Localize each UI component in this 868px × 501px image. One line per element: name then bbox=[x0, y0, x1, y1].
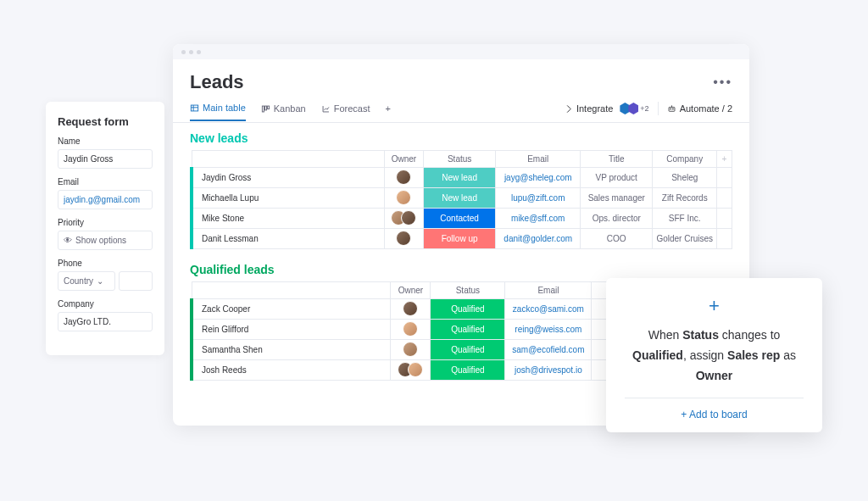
column-header-company[interactable]: Company bbox=[653, 151, 717, 168]
cell-email[interactable]: mike@sff.com bbox=[496, 209, 581, 229]
cell-owner[interactable] bbox=[391, 360, 431, 381]
cell-name[interactable]: Zack Cooper bbox=[192, 299, 391, 320]
plus-icon: + bbox=[625, 295, 804, 317]
name-input[interactable] bbox=[58, 149, 153, 169]
cell-company[interactable]: Zift Records bbox=[653, 188, 717, 209]
request-form-title: Request form bbox=[58, 115, 153, 128]
priority-select[interactable]: 👁 Show options bbox=[58, 231, 153, 250]
cell-email[interactable]: josh@drivespot.io bbox=[505, 360, 592, 381]
table-row[interactable]: Danit LessmanFollow updanit@golder.comCO… bbox=[192, 229, 732, 249]
table-row[interactable]: Jaydin GrossNew leadjayg@sheleg.comVP pr… bbox=[192, 168, 732, 188]
cell-email[interactable]: danit@golder.com bbox=[496, 229, 581, 249]
view-icon bbox=[190, 103, 199, 113]
phone-number-input[interactable] bbox=[119, 271, 153, 291]
cell-company[interactable]: SFF Inc. bbox=[653, 209, 717, 229]
cell-email[interactable]: jayg@sheleg.com bbox=[496, 168, 581, 188]
cell-email[interactable]: zackco@sami.com bbox=[505, 299, 592, 320]
cell-company[interactable]: Golder Cruises bbox=[653, 229, 717, 249]
add-column-button[interactable]: + bbox=[717, 151, 732, 168]
cell-status[interactable]: Qualified bbox=[431, 360, 505, 381]
cell-status[interactable]: Qualified bbox=[431, 299, 505, 320]
avatar bbox=[403, 342, 418, 357]
column-header-status[interactable]: Status bbox=[431, 282, 505, 299]
chevron-down-icon: ⌄ bbox=[97, 276, 103, 286]
cell-owner[interactable] bbox=[385, 209, 424, 229]
cell-name[interactable]: Rein Glifford bbox=[192, 320, 391, 340]
avatar bbox=[403, 301, 418, 316]
view-tab-forecast[interactable]: Forecast bbox=[321, 103, 370, 121]
eye-icon: 👁 bbox=[64, 236, 72, 245]
column-header-email[interactable]: Email bbox=[505, 282, 592, 299]
automate-button[interactable]: Automate / 2 bbox=[667, 103, 732, 114]
avatar bbox=[401, 210, 416, 225]
cell-owner[interactable] bbox=[385, 188, 424, 209]
column-header-owner[interactable]: Owner bbox=[385, 151, 424, 168]
more-options-icon[interactable]: ••• bbox=[713, 75, 732, 90]
email-link: sam@ecofield.com bbox=[512, 345, 584, 354]
cell-name[interactable]: Josh Reeds bbox=[192, 360, 391, 381]
avatar bbox=[396, 170, 411, 185]
cell-name[interactable]: Mike Stone bbox=[192, 209, 385, 229]
automation-recipe-card: + When Status changes to Qualified, assi… bbox=[606, 278, 822, 432]
automation-recipe-text: When Status changes to Qualified, assign… bbox=[625, 326, 804, 386]
integration-badges[interactable]: +2 bbox=[621, 103, 648, 114]
group-title[interactable]: Qualified leads bbox=[190, 263, 732, 276]
svg-point-6 bbox=[672, 108, 673, 109]
cell-status[interactable]: Contacted bbox=[423, 209, 495, 229]
table-row[interactable]: Mike StoneContactedmike@sff.comOps. dire… bbox=[192, 209, 732, 229]
cell-name[interactable]: Samantha Shen bbox=[192, 340, 391, 360]
svg-point-5 bbox=[670, 108, 670, 109]
company-input[interactable] bbox=[58, 312, 153, 331]
avatar bbox=[396, 231, 411, 246]
request-form-card: Request form Name Email Priority 👁 Show … bbox=[46, 102, 164, 355]
cell-name[interactable]: Danit Lessman bbox=[192, 229, 385, 249]
email-label: Email bbox=[58, 177, 153, 186]
cell-title[interactable]: Sales manager bbox=[581, 188, 653, 209]
column-header-name bbox=[192, 151, 385, 168]
cell-title[interactable]: COO bbox=[581, 229, 653, 249]
robot-icon bbox=[667, 104, 676, 114]
svg-rect-1 bbox=[262, 106, 264, 112]
cell-owner[interactable] bbox=[391, 320, 431, 340]
phone-country-select[interactable]: Country ⌄ bbox=[58, 271, 115, 291]
column-header-email[interactable]: Email bbox=[496, 151, 581, 168]
group-title[interactable]: New leads bbox=[190, 131, 732, 145]
status-badge: Qualified bbox=[431, 320, 504, 339]
cell-owner[interactable] bbox=[385, 168, 424, 188]
cell-email[interactable]: sam@ecofield.com bbox=[505, 340, 592, 360]
view-tab-kanban[interactable]: Kanban bbox=[261, 103, 306, 121]
priority-placeholder: Show options bbox=[75, 236, 126, 245]
column-header-status[interactable]: Status bbox=[423, 151, 495, 168]
cell-status[interactable]: New lead bbox=[423, 188, 495, 209]
name-label: Name bbox=[58, 136, 153, 146]
cell-owner[interactable] bbox=[391, 299, 431, 320]
view-tabs: Main tableKanbanForecast+ bbox=[190, 103, 391, 121]
cell-status[interactable]: Qualified bbox=[431, 320, 505, 340]
status-badge: Qualified bbox=[431, 299, 504, 319]
integrate-icon bbox=[564, 104, 573, 114]
cell-status[interactable]: Follow up bbox=[423, 229, 495, 249]
cell-owner[interactable] bbox=[391, 340, 431, 360]
column-header-title[interactable]: Title bbox=[581, 151, 653, 168]
cell-title[interactable]: VP product bbox=[581, 168, 653, 188]
add-to-board-button[interactable]: + Add to board bbox=[625, 398, 804, 420]
cell-email[interactable]: lupu@zift.com bbox=[496, 188, 581, 209]
traffic-light-dot bbox=[197, 50, 201, 54]
cell-name[interactable]: Jaydin Gross bbox=[192, 168, 385, 188]
email-input[interactable] bbox=[58, 190, 153, 209]
traffic-light-dot bbox=[189, 50, 193, 54]
email-link: jayg@sheleg.com bbox=[504, 173, 572, 182]
add-view-button[interactable]: + bbox=[386, 103, 391, 121]
cell-owner[interactable] bbox=[385, 229, 424, 249]
cell-name[interactable]: Michaella Lupu bbox=[192, 188, 385, 209]
column-header-owner[interactable]: Owner bbox=[391, 282, 431, 299]
integrate-button[interactable]: Integrate bbox=[564, 103, 613, 114]
cell-company[interactable]: Sheleg bbox=[653, 168, 717, 188]
table-row[interactable]: Michaella LupuNew leadlupu@zift.comSales… bbox=[192, 188, 732, 209]
svg-rect-3 bbox=[267, 106, 269, 109]
cell-status[interactable]: Qualified bbox=[431, 340, 505, 360]
cell-email[interactable]: reing@weiss.com bbox=[505, 320, 592, 340]
cell-status[interactable]: New lead bbox=[423, 168, 495, 188]
cell-title[interactable]: Ops. director bbox=[581, 209, 653, 229]
view-tab-main-table[interactable]: Main table bbox=[190, 103, 246, 121]
